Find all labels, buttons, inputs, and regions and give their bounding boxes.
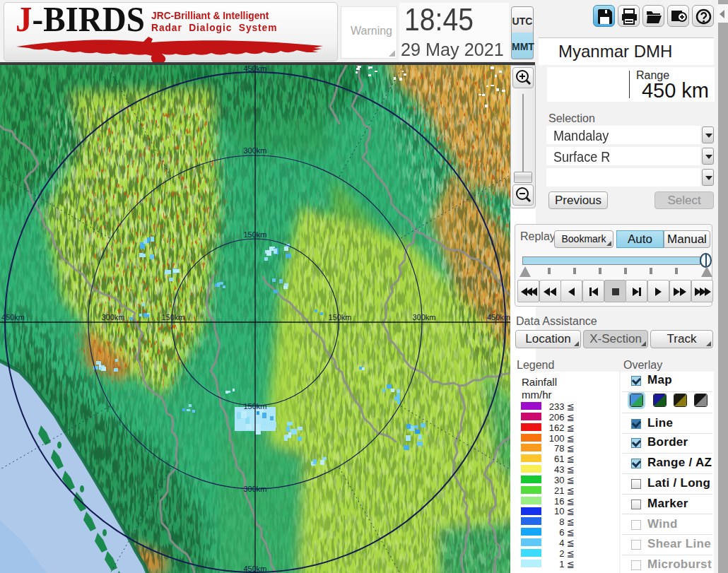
svg-text:450km: 450km [1,313,25,321]
svg-text:150km: 150km [328,313,351,321]
svg-text:150km: 150km [243,230,266,239]
svg-text:300km: 300km [243,146,266,155]
svg-text:150km: 150km [161,313,184,321]
svg-text:300km: 300km [243,485,266,493]
svg-text:450km: 450km [243,565,266,573]
svg-text:450km: 450km [243,65,266,73]
svg-text:150km: 150km [243,402,266,410]
svg-text:300km: 300km [412,313,435,321]
svg-text:300km: 300km [101,313,124,321]
svg-text:450km: 450km [487,313,510,321]
